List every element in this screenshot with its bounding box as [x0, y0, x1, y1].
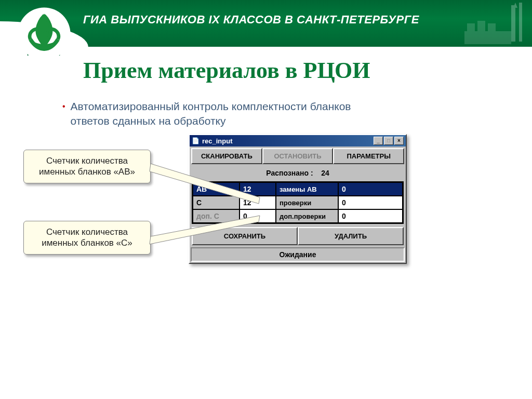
counts-grid: АВ 12 замены АВ 0 С 12 проверки 0 доп. С…: [192, 181, 404, 224]
app-icon: 📄: [192, 137, 200, 144]
cell-c-label2: проверки: [276, 196, 338, 209]
table-row: доп. С 0 доп.проверки 0: [193, 209, 403, 223]
callout-c: Счетчик количества именных бланков «С»: [23, 221, 151, 255]
cell-c-label: С: [193, 196, 240, 209]
bullet-marker: •: [62, 99, 65, 128]
slide-title: Прием материалов в РЦОИ: [83, 57, 532, 84]
cell-c-value2[interactable]: 0: [338, 196, 403, 209]
callout-ab-text: Счетчик количества именных бланков «АВ»: [39, 156, 135, 177]
cell-c-value[interactable]: 12: [240, 196, 276, 209]
svg-rect-3: [464, 31, 511, 44]
logo-icon: [16, 5, 73, 62]
stop-button[interactable]: ОСТАНОВИТЬ: [262, 148, 334, 164]
cell-dopc-label: доп. С: [193, 209, 240, 223]
window-title: rec_input: [202, 137, 233, 145]
maximize-button[interactable]: □: [384, 137, 393, 145]
svg-rect-0: [511, 5, 515, 42]
cell-dopc-value2[interactable]: 0: [338, 209, 403, 223]
toolbar: СКАНИРОВАТЬ ОСТАНОВИТЬ ПАРАМЕТРЫ: [190, 147, 406, 166]
table-row: АВ 12 замены АВ 0: [193, 182, 403, 196]
slide-header: ГИА ВЫПУСКНИКОВ IX КЛАССОВ В САНКТ-ПЕТЕР…: [0, 0, 532, 47]
close-button[interactable]: ×: [394, 137, 404, 145]
status-bar: Ожидание: [191, 247, 405, 262]
header-decor: [459, 0, 532, 47]
params-button[interactable]: ПАРАМЕТРЫ: [333, 148, 404, 164]
titlebar[interactable]: 📄 rec_input _ □ ×: [190, 135, 406, 147]
recognized-value: 24: [321, 169, 329, 177]
svg-rect-4: [467, 23, 475, 31]
action-row: СОХРАНИТЬ УДАЛИТЬ: [190, 224, 406, 247]
svg-rect-1: [519, 3, 522, 42]
delete-button[interactable]: УДАЛИТЬ: [298, 227, 404, 245]
recognized-label: Распознано :: [266, 169, 313, 177]
recognized-line: Распознано : 24: [190, 166, 406, 181]
cell-ab-value[interactable]: 12: [240, 182, 276, 196]
svg-rect-5: [477, 21, 485, 31]
cell-ab-value2[interactable]: 0: [338, 182, 403, 196]
callout-c-text: Счетчик количества именных бланков «С»: [42, 227, 132, 248]
callout-ab: Счетчик количества именных бланков «АВ»: [23, 150, 151, 183]
table-row: С 12 проверки 0: [193, 196, 403, 209]
svg-rect-6: [488, 23, 496, 31]
cell-ab-label2: замены АВ: [276, 182, 338, 196]
scan-button[interactable]: СКАНИРОВАТЬ: [191, 148, 262, 164]
save-button[interactable]: СОХРАНИТЬ: [192, 227, 298, 245]
cell-dopc-label2: доп.проверки: [276, 209, 338, 223]
cell-dopc-value[interactable]: 0: [240, 209, 276, 223]
bullet-item: • Автоматизированный контроль комплектно…: [62, 99, 532, 128]
bullet-text: Автоматизированный контроль комплектност…: [71, 99, 382, 128]
cell-ab-label: АВ: [193, 182, 240, 196]
minimize-button[interactable]: _: [374, 137, 383, 145]
header-title: ГИА ВЫПУСКНИКОВ IX КЛАССОВ В САНКТ-ПЕТЕР…: [83, 13, 419, 26]
app-window: 📄 rec_input _ □ × СКАНИРОВАТЬ ОСТАНОВИТЬ…: [189, 134, 407, 264]
